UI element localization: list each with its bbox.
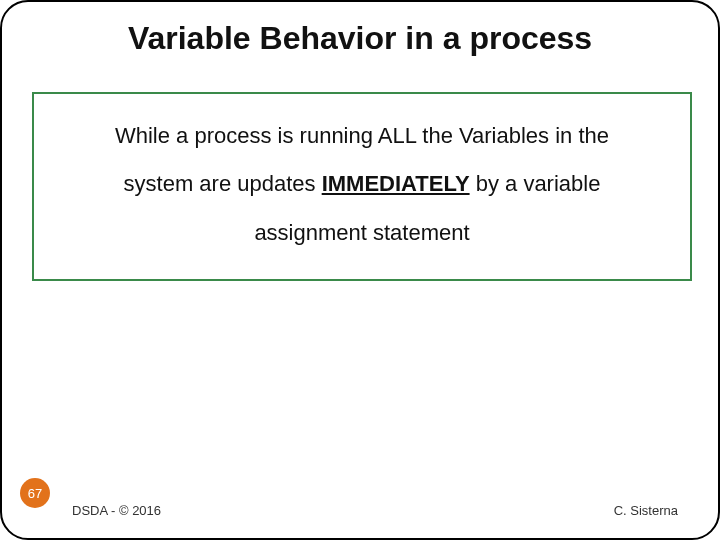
page-number: 67 [28, 486, 42, 501]
body-emphasis: IMMEDIATELY [322, 171, 470, 196]
body-line-2-pre: system are updates [124, 171, 322, 196]
slide-frame: Variable Behavior in a process While a p… [0, 0, 720, 540]
body-line-2: system are updates IMMEDIATELY by a vari… [46, 160, 678, 208]
slide-title: Variable Behavior in a process [2, 20, 718, 57]
footer-left: DSDA - © 2016 [72, 503, 161, 518]
body-line-2-post: by a variable [470, 171, 601, 196]
content-box: While a process is running ALL the Varia… [32, 92, 692, 281]
body-line-1: While a process is running ALL the Varia… [46, 112, 678, 160]
page-number-badge: 67 [20, 478, 50, 508]
footer-right: C. Sisterna [614, 503, 678, 518]
body-line-3: assignment statement [46, 209, 678, 257]
